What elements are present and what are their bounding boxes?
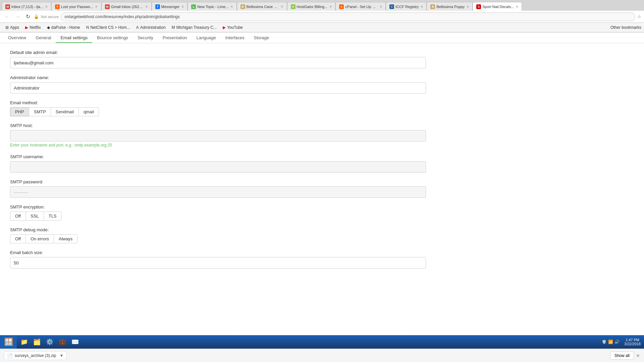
tab-close-tab3[interactable]: ×	[144, 4, 148, 9]
nav-tab-overview[interactable]: Overview	[3, 33, 31, 43]
browser-tab-tab7[interactable]: HHostGator Billing...×	[287, 2, 336, 11]
tray-antivirus-icon: 🛡️	[602, 340, 607, 344]
smtp-host-group: SMTP host: Enter your hostname and port,…	[10, 123, 426, 147]
taskbar-clock: 1:47 PM 3/22/2018	[624, 338, 641, 346]
smtp-debug-btn-always[interactable]: Always	[54, 234, 77, 243]
nav-tab-email-settings[interactable]: Email settings	[56, 33, 92, 43]
bookmark-label: Apps	[10, 25, 19, 30]
tab-close-tab9[interactable]: ×	[419, 4, 423, 9]
chrome-icon: ⚙️	[46, 338, 53, 346]
taskbar-app-chrome[interactable]: ⚙️	[44, 336, 56, 348]
tab-favicon-tab1: M	[5, 4, 10, 9]
tab-close-tab1[interactable]: ×	[43, 4, 48, 9]
smtp-host-label: SMTP host:	[10, 123, 426, 128]
browser-tab-tab2[interactable]: fLost your Passwo...×	[51, 2, 101, 11]
smtp-host-input[interactable]	[10, 130, 426, 141]
email-method-btn-qmail[interactable]: qmail	[78, 107, 99, 116]
bookmark-netflix[interactable]: ▶Netflix	[22, 24, 43, 31]
browser-tab-tab1[interactable]: MInbox (7,113) - lja...×	[2, 2, 51, 11]
email-method-btn-sendmail[interactable]: Sendmail	[51, 107, 78, 116]
browser-tab-tab4[interactable]: fMessenger×	[152, 2, 187, 11]
bookmarks-other[interactable]: Other bookmarks	[610, 25, 641, 30]
smtp-password-group: SMTP password:	[10, 179, 426, 198]
bookmark-netclient-cs->-hom...[interactable]: NNetClient CS > Hom...	[84, 24, 133, 31]
smtp-encryption-btn-ssl[interactable]: SSL	[25, 212, 44, 221]
download-chevron-icon[interactable]: ▼	[59, 353, 63, 358]
default-admin-email-input[interactable]	[10, 57, 426, 68]
page-content: Default site admin email: Administrator …	[0, 43, 644, 350]
bookmark-michigan-treasury-c...[interactable]: MMichigan Treasury C...	[169, 24, 219, 31]
email-method-btn-php[interactable]: PHP	[10, 107, 29, 116]
tab-close-tab6[interactable]: ×	[279, 4, 283, 9]
smtp-encryption-group: SMTP encryption: OffSSLTLS	[10, 204, 426, 221]
bookmark-dapulse---home[interactable]: ◆daPulse - Home	[44, 24, 83, 31]
email-batch-size-label: Email batch size:	[10, 250, 426, 255]
tab-close-tab5[interactable]: ×	[229, 4, 233, 9]
email-batch-size-input[interactable]	[10, 257, 426, 268]
tab-bar: MInbox (7,113) - lja...×fLost your Passw…	[0, 0, 644, 11]
smtp-encryption-btn-off[interactable]: Off	[10, 212, 25, 221]
bookmark-star[interactable]: ☆	[637, 14, 641, 19]
tab-label-tab8: cPanel - Set Up N...	[345, 5, 378, 9]
address-input[interactable]	[61, 12, 635, 21]
email-method-btn-smtp[interactable]: SMTP	[29, 107, 51, 116]
nav-tab-storage[interactable]: Storage	[249, 33, 274, 43]
smtp-debug-btn-on_errors[interactable]: On errors	[25, 234, 54, 243]
start-button[interactable]: 🪟	[0, 335, 17, 349]
tab-favicon-tab2: f	[55, 4, 60, 9]
smtp-username-label: SMTP username:	[10, 154, 426, 159]
browser-tab-tab11[interactable]: SSport Nail Decals...×	[473, 2, 522, 11]
nav-tab-presentation[interactable]: Presentation	[158, 33, 192, 43]
admin-name-input[interactable]	[10, 82, 426, 94]
windows-icon: 🪟	[4, 338, 13, 346]
bookmark-youtube[interactable]: ▶YouTube	[220, 24, 246, 31]
nav-tab-security[interactable]: Security	[133, 33, 158, 43]
tray-icons: 🛡️ 📶 🔊	[600, 340, 622, 344]
reload-button[interactable]: ↻	[24, 13, 32, 20]
tab-favicon-tab3: M	[105, 4, 110, 9]
smtp-encryption-btn-tls[interactable]: TLS	[44, 212, 62, 221]
browser-tab-tab10[interactable]: BBellissima Puppy×	[427, 2, 473, 11]
nav-tab-language[interactable]: Language	[192, 33, 221, 43]
forward-button[interactable]: →	[13, 13, 22, 20]
tab-close-tab10[interactable]: ×	[465, 4, 469, 9]
bookmark-label: NetClient CS > Hom...	[90, 25, 130, 30]
smtp-username-input[interactable]	[10, 161, 426, 173]
tab-close-tab4[interactable]: ×	[179, 4, 184, 9]
show-all-button[interactable]: Show all	[610, 352, 634, 360]
nav-tab-general[interactable]: General	[31, 33, 56, 43]
download-file-icon: 📄	[7, 353, 13, 358]
tab-favicon-tab6: B	[240, 4, 245, 9]
browser-tab-tab8[interactable]: ccPanel - Set Up N...×	[335, 2, 386, 11]
taskbar-app-mail[interactable]: ✉️	[69, 336, 81, 348]
tab-close-tab11[interactable]: ×	[514, 4, 518, 9]
email-method-buttons: PHPSMTPSendmailqmail	[10, 107, 426, 116]
tab-close-tab7[interactable]: ×	[327, 4, 332, 9]
bookmark-administration[interactable]: AAdministration	[133, 24, 168, 31]
bookmark-icon: ⊞	[5, 25, 9, 30]
nav-tab-interfaces[interactable]: Interfaces	[221, 33, 249, 43]
back-button[interactable]: ←	[3, 13, 11, 20]
tab-close-tab2[interactable]: ×	[93, 4, 98, 9]
taskbar-apps: 📁 🗂️ ⚙️ 💼 ✉️	[17, 336, 83, 348]
tab-label-tab11: Sport Nail Decals...	[482, 5, 514, 9]
taskbar-app-quickbooks[interactable]: 💼	[56, 336, 68, 348]
browser-tab-tab9[interactable]: IICCF Registry×	[386, 2, 427, 11]
taskbar-app-files[interactable]: 🗂️	[31, 336, 43, 348]
tab-close-tab8[interactable]: ×	[378, 4, 382, 9]
browser-tab-tab3[interactable]: MGmail Inbox (262) - har...×	[101, 2, 152, 11]
bookmark-apps[interactable]: ⊞Apps	[3, 24, 22, 31]
address-bar: ← → ↻ 🔓 Not secure ☆	[0, 11, 644, 23]
smtp-debug-btn-off[interactable]: Off	[10, 234, 25, 243]
bookmark-label: Administration	[140, 25, 166, 30]
browser-tab-tab6[interactable]: BBellissima Cane C...×	[237, 2, 287, 11]
tab-label-tab10: Bellissima Puppy	[436, 5, 465, 9]
security-label: Not secure	[41, 15, 59, 19]
download-close-icon[interactable]: ✕	[636, 353, 640, 358]
nav-tab-bounce-settings[interactable]: Bounce settings	[92, 33, 133, 43]
browser-tab-tab5[interactable]: LNew Topic - Lime...×	[187, 2, 236, 11]
smtp-password-input[interactable]	[10, 186, 426, 198]
taskbar-app-explorer[interactable]: 📁	[18, 336, 30, 348]
smtp-debug-buttons: OffOn errorsAlways	[10, 234, 426, 243]
download-filename: surveys_archive (3).zip	[15, 353, 56, 358]
